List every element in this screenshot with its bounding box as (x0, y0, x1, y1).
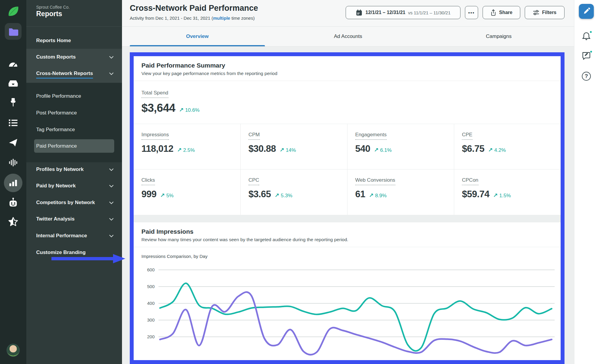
timezones-link[interactable]: multiple (213, 16, 230, 21)
svg-text:600: 600 (147, 267, 155, 272)
metric-cpcon: CPCon $59.74↗1.5% (454, 169, 561, 215)
total-spend-label[interactable]: Total Spend (141, 90, 168, 98)
compose-button[interactable] (579, 4, 594, 19)
share-button[interactable]: Share (483, 6, 520, 19)
up-arrow-icon: ↗ (179, 106, 184, 113)
chevron-down-icon (109, 185, 114, 187)
notification-dot (589, 30, 592, 33)
total-spend-block: Total Spend $3,644 ↗10.6% (134, 81, 561, 124)
metric-cpc: CPC $3.65↗5.3% (240, 169, 347, 215)
filters-button[interactable]: Filters (525, 6, 565, 19)
sidebar-item-competitors-by-network[interactable]: Competitors by Network (26, 195, 122, 210)
chart-line-series-teal (160, 283, 552, 351)
bell-icon (582, 32, 591, 41)
tab-campaigns[interactable]: Campaigns (423, 27, 574, 46)
sidebar-item-post-performance[interactable]: Post Performance (26, 105, 122, 121)
impressions-chart[interactable]: 600500400300200 (134, 261, 561, 364)
chevron-down-icon (109, 168, 114, 171)
summary-subtitle: View your key page performance metrics f… (141, 71, 553, 76)
sidebar-item-custom-reports[interactable]: Custom Reports (26, 49, 122, 65)
share-icon (490, 9, 496, 16)
calendar-icon (356, 9, 363, 16)
user-avatar[interactable] (7, 344, 20, 357)
reports-active-nav[interactable] (0, 174, 26, 192)
up-arrow-icon: ↗ (160, 192, 165, 199)
tab-overview[interactable]: Overview (122, 27, 273, 46)
sidebar-divider (26, 26, 122, 27)
metric-web-conversions: Web Conversions 61↗8.9% (347, 169, 454, 215)
question-mark-icon: ? (582, 72, 591, 81)
bar-chart-icon (9, 179, 18, 187)
metric-engagements: Engagements 540↗6.1% (347, 124, 454, 169)
reports-nav-folder[interactable] (0, 23, 26, 40)
up-arrow-icon: ↗ (280, 146, 284, 153)
report-canvas: Paid Performance Summary View your key p… (122, 47, 574, 364)
announcements-button[interactable] (574, 51, 598, 61)
sidebar-item-reports-home[interactable]: Reports Home (26, 33, 122, 48)
listening-waveform-icon[interactable] (0, 157, 26, 168)
sidebar-item-twitter-analysis[interactable]: Twitter Analysis (26, 211, 122, 227)
svg-text:400: 400 (147, 301, 155, 306)
paid-performance-summary-card: Paid Performance Summary View your key p… (134, 56, 561, 215)
notifications-bell[interactable] (574, 32, 598, 42)
total-spend-value: $3,644 (141, 102, 175, 114)
metric-cpe: CPE $6.75↗4.2% (454, 124, 561, 169)
date-range-compare: vs 11/1/21 – 11/30/21 (408, 10, 451, 15)
chevron-down-icon (109, 56, 114, 59)
summary-title: Paid Performance Summary (141, 62, 553, 69)
sidebar-item-profile-performance[interactable]: Profile Performance (26, 88, 122, 104)
star-icon[interactable] (0, 216, 26, 228)
date-range-primary: 12/1/21 – 12/31/21 (365, 10, 405, 15)
chevron-down-icon (109, 72, 114, 75)
dashboard-gauge-icon[interactable] (0, 59, 26, 69)
card-gap (134, 215, 561, 222)
up-arrow-icon: ↗ (488, 146, 493, 153)
sidebar-title: Reports (36, 10, 62, 18)
paper-plane-icon[interactable] (0, 137, 26, 148)
folder-icon (8, 26, 18, 36)
chart-line-series-purple (160, 292, 552, 355)
chevron-down-icon (109, 218, 114, 221)
svg-text:200: 200 (147, 334, 155, 339)
impressions-subtitle: Review how many times your content was s… (141, 237, 553, 242)
utility-rail: ? (574, 0, 598, 364)
date-range-button[interactable]: 12/1/21 – 12/31/21 vs 11/1/21 – 11/30/21 (346, 6, 460, 19)
more-actions-button[interactable]: ••• (465, 6, 478, 19)
app-rail (0, 0, 26, 364)
metric-impressions: Impressions 118,012↗2.5% (134, 124, 240, 169)
main-content: Cross-Network Paid Performance Activity … (122, 0, 574, 364)
total-spend-delta: ↗10.6% (179, 106, 199, 113)
chart-title: Impressions Comparison, by Day (134, 247, 561, 259)
annotation-highlight-frame: Paid Performance Summary View your key p… (130, 52, 565, 364)
pin-icon[interactable] (0, 97, 26, 108)
svg-text:500: 500 (147, 284, 155, 289)
sidebar-item-profiles-by-network[interactable]: Profiles by Network (26, 162, 122, 177)
help-button[interactable]: ? (574, 72, 598, 81)
metric-clicks: Clicks 999↗5% (134, 169, 240, 215)
list-icon[interactable] (0, 118, 26, 128)
svg-text:300: 300 (147, 317, 155, 322)
sidebar-item-paid-performance[interactable]: Paid Performance (26, 138, 122, 154)
notification-dot (590, 50, 593, 53)
sidebar-item-cross-network-reports[interactable]: Cross-Network Reports (26, 66, 122, 81)
compose-pencil-icon (582, 7, 590, 15)
filters-sliders-icon (533, 9, 539, 16)
sidebar-item-paid-by-network[interactable]: Paid by Network (26, 178, 122, 194)
inbox-icon[interactable] (0, 78, 26, 88)
impressions-title: Paid Impressions (141, 228, 553, 235)
annotation-arrow (51, 253, 126, 265)
sidebar-item-internal-performance[interactable]: Internal Performance (26, 228, 122, 244)
page-title: Cross-Network Paid Performance (130, 4, 258, 13)
bot-icon[interactable] (0, 197, 26, 209)
tab-ad-accounts[interactable]: Ad Accounts (273, 27, 423, 46)
report-tabs: Overview Ad Accounts Campaigns (122, 27, 574, 47)
sidebar-item-tag-performance[interactable]: Tag Performance (26, 122, 122, 137)
metric-cpm: CPM $30.88↗14% (240, 124, 347, 169)
paid-impressions-card: Paid Impressions Review how many times y… (134, 222, 561, 364)
up-arrow-icon: ↗ (493, 192, 498, 199)
up-arrow-icon: ↗ (177, 146, 182, 153)
reports-sidebar: Sprout Coffee Co. Reports Reports Home C… (26, 0, 122, 364)
announcements-icon (582, 51, 591, 60)
sprout-logo-icon[interactable] (0, 4, 26, 19)
chevron-down-icon (109, 201, 114, 204)
